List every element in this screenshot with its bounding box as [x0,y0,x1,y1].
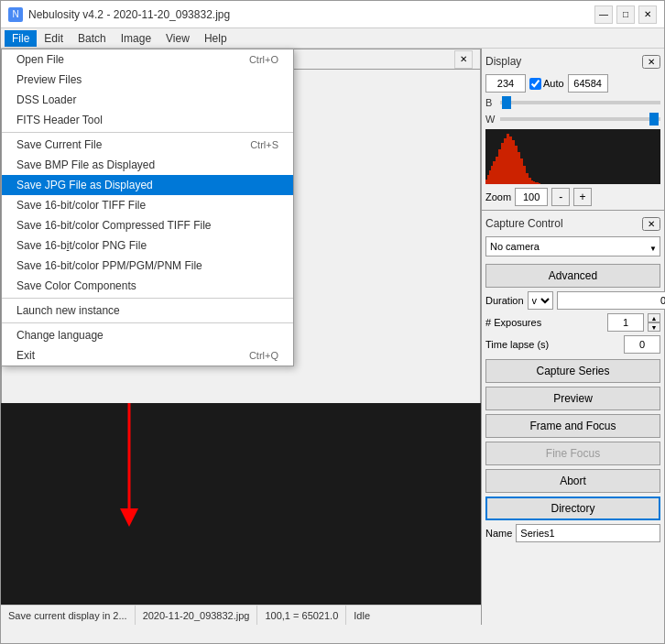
svg-rect-12 [509,136,512,184]
menu-exit[interactable]: Exit Ctrl+Q [2,345,293,366]
b-slider-row: B [485,96,660,109]
auto-checkbox[interactable] [529,78,541,90]
capture-panel-close[interactable]: ✕ [642,217,660,231]
frame-focus-button[interactable]: Frame and Focus [485,414,660,438]
display-value-2[interactable] [568,74,608,93]
menu-save-ppm-label: Save 16-bit/color PPM/PGM/PNM File [16,259,202,272]
svg-rect-11 [507,134,509,184]
setup-dialog-close[interactable]: ✕ [454,50,473,69]
capture-panel-title: Capture Control [485,217,563,230]
histogram [485,129,660,184]
directory-button[interactable]: Directory [485,497,660,520]
window-controls: — □ ✕ [594,5,657,24]
display-panel-close[interactable]: ✕ [642,55,660,69]
menu-file[interactable]: File [5,30,37,47]
svg-rect-6 [493,161,496,184]
exposures-up[interactable]: ▲ [648,313,660,322]
camera-select[interactable]: No camera [485,236,660,257]
name-input[interactable] [516,524,660,542]
menu-dss-loader[interactable]: DSS Loader [2,90,293,110]
menu-save-current-shortcut: Ctrl+S [250,139,278,150]
menu-open-file[interactable]: Open File Ctrl+O [2,49,293,70]
capture-panel: Capture Control ✕ No camera ▼ Advanced D… [482,211,664,625]
capture-panel-titlebar: Capture Control ✕ [485,214,660,233]
app-icon: N [8,7,23,22]
menu-save-tiff-label: Save 16-bit/color TIFF File [16,199,146,212]
auto-checkbox-label: Auto [529,78,564,90]
exposures-spin: ▲ ▼ [648,313,660,332]
red-arrow-svg [74,403,184,550]
menu-fits-header-label: FITS Header Tool [16,114,103,126]
svg-rect-10 [504,138,507,184]
menu-change-language[interactable]: Change language [2,325,293,345]
menu-exit-shortcut: Ctrl+Q [249,350,278,361]
duration-select[interactable]: v [528,291,553,310]
fine-focus-button[interactable]: Fine Focus [485,442,660,465]
svg-rect-14 [515,146,518,184]
title-bar-left: N Nebulosity v4.2 - 2020-11-20_093832.jp… [8,7,230,22]
abort-button[interactable]: Abort [485,469,660,493]
preview-button[interactable]: Preview [485,387,660,410]
menu-preview-files[interactable]: Preview Files [2,70,293,90]
menu-save-ppm[interactable]: Save 16-bit/color PPM/PGM/PNM File [2,256,293,276]
zoom-label: Zoom [485,191,511,202]
menu-open-file-shortcut: Ctrl+O [249,54,278,65]
capture-series-button[interactable]: Capture Series [485,359,660,383]
menu-dss-loader-label: DSS Loader [16,93,76,106]
b-slider[interactable] [500,96,660,109]
display-values-row: Auto [485,74,660,93]
svg-marker-1 [120,508,138,527]
right-panels: Display ✕ Auto B [481,49,664,625]
duration-input[interactable] [557,291,665,310]
minimize-button[interactable]: — [594,5,613,24]
zoom-plus-button[interactable]: + [573,188,592,206]
svg-rect-9 [501,143,504,184]
menu-save-tiff-compressed[interactable]: Save 16-bit/color Compressed TIFF File [2,215,293,235]
svg-rect-3 [487,175,489,184]
main-window: N Nebulosity v4.2 - 2020-11-20_093832.jp… [0,0,665,644]
menu-save-tiff[interactable]: Save 16-bit/color TIFF File [2,195,293,215]
zoom-minus-button[interactable]: - [551,188,570,206]
menu-save-png[interactable]: Save 16-bit/color PNG File [2,235,293,256]
menu-view[interactable]: View [158,30,197,47]
timelapse-input[interactable] [624,335,660,354]
zoom-input[interactable] [515,188,548,206]
svg-rect-19 [529,178,531,184]
menu-save-bmp[interactable]: Save BMP File as Displayed [2,155,293,175]
menu-save-bmp-label: Save BMP File as Displayed [16,158,155,171]
svg-rect-22 [535,182,537,184]
b-label: B [485,97,496,108]
menu-edit[interactable]: Edit [37,30,71,47]
auto-label: Auto [543,78,564,89]
svg-rect-2 [485,180,487,184]
menu-save-current[interactable]: Save Current File Ctrl+S [2,135,293,155]
exposures-down[interactable]: ▼ [648,322,660,332]
w-slider[interactable] [500,113,660,126]
svg-rect-4 [489,170,491,184]
close-button[interactable]: ✕ [638,5,657,24]
menu-save-png-label: Save 16-bit/color PNG File [16,239,147,252]
svg-rect-7 [496,157,498,184]
duration-row: Duration v [485,291,660,310]
exposures-input[interactable] [607,313,644,332]
menu-launch-instance[interactable]: Launch new instance [2,300,293,321]
menu-save-jpg[interactable]: Save JPG File as Displayed [2,175,293,195]
histogram-svg [485,129,660,184]
menu-help[interactable]: Help [197,30,234,47]
svg-rect-8 [498,149,501,184]
menu-save-tiff-compressed-label: Save 16-bit/color Compressed TIFF File [16,219,212,232]
menu-batch[interactable]: Batch [71,30,114,47]
svg-rect-13 [512,140,515,184]
maximize-button[interactable]: □ [616,5,635,24]
menu-save-color[interactable]: Save Color Components [2,276,293,296]
display-panel: Display ✕ Auto B [482,49,664,211]
display-value-1[interactable] [485,74,526,93]
advanced-button[interactable]: Advanced [485,264,660,288]
svg-rect-24 [539,183,540,184]
svg-rect-18 [526,173,529,184]
menu-image[interactable]: Image [114,30,158,47]
red-arrow-container [74,403,184,552]
menu-fits-header[interactable]: FITS Header Tool [2,110,293,130]
svg-rect-5 [491,166,493,184]
status-bar: Save current display in 2... 2020-11-20_… [1,605,481,625]
